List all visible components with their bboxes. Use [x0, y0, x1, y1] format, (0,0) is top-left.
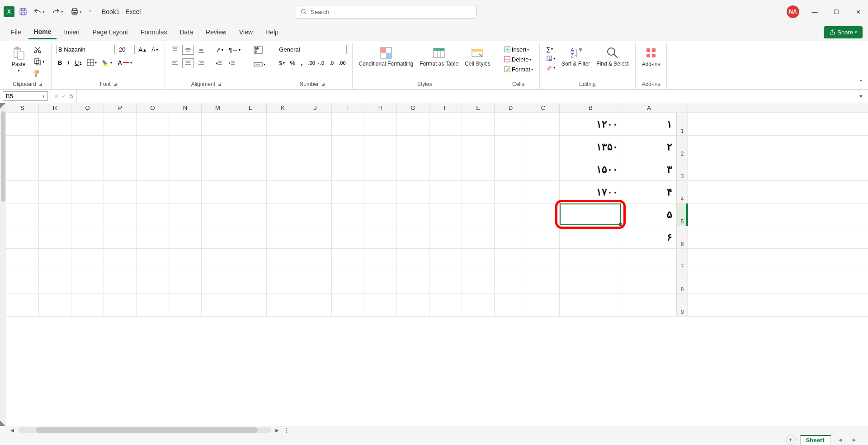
expand-formula-bar-button[interactable]: ▾ — [857, 93, 865, 99]
cell-I5[interactable] — [332, 204, 364, 226]
column-header-D[interactable]: D — [495, 103, 527, 113]
cell-Q1[interactable] — [71, 113, 104, 135]
undo-button[interactable]: ▾ — [32, 7, 47, 17]
cell-R4[interactable] — [39, 181, 71, 203]
customize-qat-button[interactable]: ⁼ — [87, 8, 94, 16]
conditional-formatting-button[interactable]: Conditional Formatting — [357, 45, 415, 68]
cell-O5[interactable] — [137, 204, 169, 226]
column-header-P[interactable]: P — [104, 103, 137, 113]
cell-M3[interactable] — [202, 158, 234, 180]
cell-K6[interactable] — [267, 226, 299, 248]
cell-N9[interactable] — [169, 294, 202, 316]
user-avatar[interactable]: NA — [787, 5, 799, 18]
horizontal-scrollbar[interactable]: ◄ ► ⋮ — [0, 426, 868, 434]
cell-A8[interactable] — [622, 271, 676, 294]
cell-K5[interactable] — [267, 204, 299, 226]
tab-file[interactable]: File — [5, 26, 27, 38]
cell-L9[interactable] — [234, 294, 267, 316]
cell-E5[interactable] — [462, 204, 495, 226]
cell-K8[interactable] — [267, 271, 299, 294]
cell-H9[interactable] — [364, 294, 397, 316]
cell-L6[interactable] — [234, 226, 267, 248]
cell-M2[interactable] — [202, 136, 234, 158]
row-header-2[interactable]: 2 — [676, 136, 688, 158]
cell-A7[interactable] — [622, 249, 676, 271]
comma-button[interactable]: , — [299, 58, 304, 68]
cell-H2[interactable] — [364, 136, 397, 158]
align-top-button[interactable] — [170, 45, 180, 54]
cell-Q3[interactable] — [71, 158, 104, 180]
column-header-Q[interactable]: Q — [71, 103, 104, 113]
cell-F1[interactable] — [429, 113, 462, 135]
cell-D7[interactable] — [495, 249, 527, 271]
fill-button[interactable]: ▾ — [544, 54, 557, 62]
cell-C1[interactable] — [527, 113, 560, 135]
cell-R8[interactable] — [39, 271, 71, 294]
cell-J2[interactable] — [299, 136, 332, 158]
column-header-A[interactable]: A — [622, 103, 676, 113]
cell-G4[interactable] — [397, 181, 429, 203]
cell-B3[interactable]: ۱۵۰۰ — [560, 158, 622, 180]
increase-font-button[interactable]: A▴ — [137, 45, 148, 54]
cell-C2[interactable] — [527, 136, 560, 158]
cell-L1[interactable] — [234, 113, 267, 135]
cell-A4[interactable]: ۴ — [622, 181, 676, 203]
cell-G5[interactable] — [397, 204, 429, 226]
cell-M4[interactable] — [202, 181, 234, 203]
sort-filter-button[interactable]: AZ Sort & Filter — [560, 45, 592, 68]
cell-H4[interactable] — [364, 181, 397, 203]
insert-cells-button[interactable]: Insert ▾ — [502, 45, 531, 54]
cell-J3[interactable] — [299, 158, 332, 180]
cell-O8[interactable] — [137, 271, 169, 294]
format-painter-button[interactable] — [32, 68, 47, 78]
cell-F3[interactable] — [429, 158, 462, 180]
cell-M6[interactable] — [202, 226, 234, 248]
cell-P4[interactable] — [104, 181, 137, 203]
cell-P9[interactable] — [104, 294, 137, 316]
tab-review[interactable]: Review — [200, 26, 232, 38]
cell-P3[interactable] — [104, 158, 137, 180]
cell-A9[interactable] — [622, 294, 676, 316]
cell-J5[interactable] — [299, 204, 332, 226]
font-name-combo[interactable] — [56, 45, 115, 54]
enter-formula-button[interactable]: ✓ — [61, 93, 66, 99]
scroll-left-icon[interactable]: ◄ — [9, 427, 15, 434]
column-header-S[interactable]: S — [6, 103, 39, 113]
close-button[interactable]: ✕ — [852, 5, 864, 18]
find-select-button[interactable]: Find & Select — [594, 45, 630, 68]
cell-G2[interactable] — [397, 136, 429, 158]
cell-N6[interactable] — [169, 226, 202, 248]
cell-I1[interactable] — [332, 113, 364, 135]
wrap-text-button[interactable]: abc — [252, 45, 264, 55]
cell-R2[interactable] — [39, 136, 71, 158]
paste-button[interactable]: Paste▾ — [8, 45, 29, 74]
cell-S6[interactable] — [6, 226, 39, 248]
scroll-down-icon[interactable] — [0, 421, 5, 426]
cell-R9[interactable] — [39, 294, 71, 316]
cell-K7[interactable] — [267, 249, 299, 271]
cell-I7[interactable] — [332, 249, 364, 271]
cell-F7[interactable] — [429, 249, 462, 271]
cell-B7[interactable] — [560, 249, 622, 271]
format-as-table-button[interactable]: Format as Table — [418, 45, 460, 68]
cell-O7[interactable] — [137, 249, 169, 271]
accounting-format-button[interactable]: $▾ — [277, 59, 286, 67]
minimize-button[interactable]: — — [808, 5, 821, 18]
cell-P8[interactable] — [104, 271, 137, 294]
merge-center-button[interactable]: ▾ — [252, 59, 267, 69]
cell-N1[interactable] — [169, 113, 202, 135]
cell-E3[interactable] — [462, 158, 495, 180]
cell-O9[interactable] — [137, 294, 169, 316]
search-box[interactable]: Search — [296, 5, 476, 19]
font-dialog-icon[interactable]: ◢ — [113, 82, 117, 86]
cell-K1[interactable] — [267, 113, 299, 135]
cell-B2[interactable]: ۱۳۵۰ — [560, 136, 622, 158]
decrease-decimal-button[interactable]: .0→.00 — [328, 59, 347, 66]
row-header-7[interactable]: 7 — [676, 249, 688, 271]
tab-page-layout[interactable]: Page Layout — [87, 26, 133, 38]
cell-O2[interactable] — [137, 136, 169, 158]
increase-indent-button[interactable] — [226, 59, 237, 68]
cell-N5[interactable] — [169, 204, 202, 226]
row-header-1[interactable]: 1 — [676, 113, 688, 135]
cell-C6[interactable] — [527, 226, 560, 248]
